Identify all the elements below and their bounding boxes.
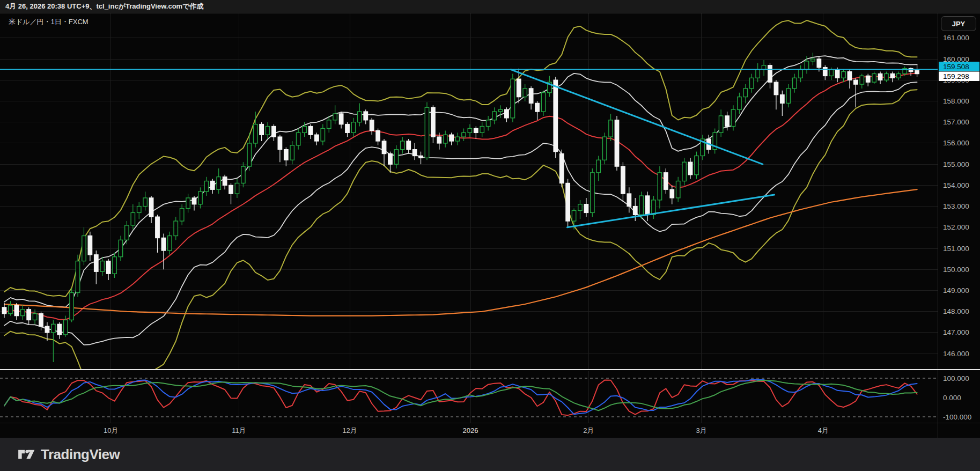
candle-down <box>560 150 564 188</box>
oscillator-tick-label: 100.000 <box>943 374 969 382</box>
drawing-price-label: 159.508 <box>939 62 979 71</box>
candle-up <box>682 158 686 185</box>
tradingview-snapshot: 4月 26, 2026 20:38 UTC+9、tcl_incがTradingV… <box>0 0 980 471</box>
drawing-price-text: 159.508 <box>943 63 969 71</box>
time-tick-label: 10月 <box>104 426 118 435</box>
price-tick-label: 155.000 <box>943 160 969 168</box>
price-tick-label: 146.000 <box>943 350 969 358</box>
price-tick-label: 153.000 <box>943 202 969 210</box>
price-tick-label: 158.000 <box>943 97 969 105</box>
candle-down <box>566 179 570 227</box>
tradingview-logo-icon[interactable] <box>17 447 35 461</box>
oscillator-tick-label: 0.000 <box>943 394 961 402</box>
price-tick-label: 152.000 <box>943 223 969 231</box>
candle-down <box>554 77 557 158</box>
time-tick-label: 2月 <box>583 426 594 435</box>
candle-up <box>70 289 73 322</box>
chart-legend: 米ドル／円・1日・FXCM <box>9 17 89 27</box>
price-tick-label: 149.000 <box>943 286 969 295</box>
candle-up <box>591 168 594 217</box>
candle-up <box>872 72 876 85</box>
currency-button[interactable]: JPY <box>941 16 976 31</box>
price-tick-label: 157.000 <box>943 118 969 126</box>
time-tick-label: 3月 <box>696 426 706 435</box>
oscillator-tick-label: -100.000 <box>943 413 971 421</box>
attribution-bar: 4月 26, 2026 20:38 UTC+9、tcl_incがTradingV… <box>0 0 980 13</box>
time-tick-label: 12月 <box>342 426 357 435</box>
candle-up <box>511 73 514 122</box>
last-price-text: 159.298 <box>943 72 969 80</box>
price-tick-label: 147.000 <box>943 328 969 336</box>
time-tick-label: 11月 <box>232 426 246 435</box>
candle-up <box>602 133 606 164</box>
candle-up <box>695 152 698 179</box>
price-chart-canvas: 161.000160.000159.000158.000157.000156.0… <box>0 0 980 471</box>
attribution-text: 4月 26, 2026 20:38 UTC+9、tcl_incがTradingV… <box>5 2 203 10</box>
footer-bar: TradingView <box>0 438 980 471</box>
price-tick-label: 151.000 <box>943 245 969 253</box>
time-tick-label: 4月 <box>818 426 829 435</box>
price-tick-label: 156.000 <box>943 139 969 147</box>
candle-up <box>425 102 429 160</box>
last-price-label: 159.298 <box>939 72 979 82</box>
candle-down <box>615 116 618 171</box>
price-tick-label: 150.000 <box>943 266 969 274</box>
time-tick-label: 2026 <box>463 426 478 435</box>
price-tick-label: 148.000 <box>943 307 969 315</box>
tradingview-brand[interactable]: TradingView <box>41 446 120 463</box>
price-tick-label: 154.000 <box>943 181 969 189</box>
price-tick-label: 161.000 <box>943 34 969 42</box>
candle-up <box>76 255 79 297</box>
